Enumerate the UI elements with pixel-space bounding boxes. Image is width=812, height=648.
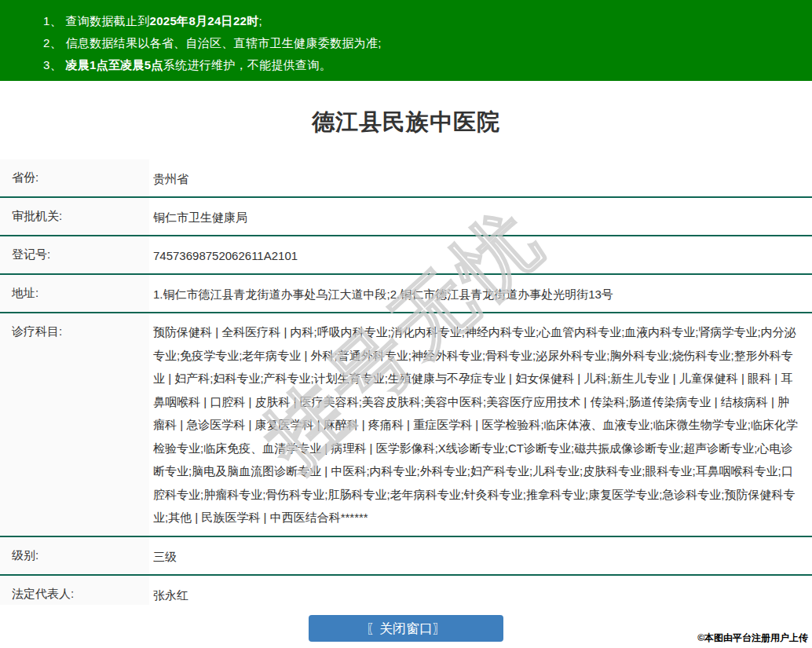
row-value: 1.铜仁市德江县青龙街道办事处乌江大道中段;2.铜仁市德江县青龙街道办事处光明街… xyxy=(149,275,812,312)
copyright-note: ©本图由平台注册用户上传 xyxy=(697,632,808,645)
notice-banner: 1、 查询数据截止到2025年8月24日22时; 2、 信息数据结果以各省、自治… xyxy=(0,0,812,81)
table-row-province: 省份: 贵州省 xyxy=(0,159,812,198)
row-value: 铜仁市卫生健康局 xyxy=(149,198,812,235)
row-label: 省份: xyxy=(0,159,149,196)
row-value: 74573698752062611A2101 xyxy=(149,236,812,273)
notice-2-pre: 2、 信息数据结果以各省、自治区、直辖市卫生健康委数据为准; xyxy=(43,36,382,49)
notice-3-pre: 3、 xyxy=(43,58,65,71)
row-value: 预防保健科 | 全科医疗科 | 内科;呼吸内科专业;消化内科专业;神经内科专业;… xyxy=(149,313,812,536)
row-value: 贵州省 xyxy=(149,159,812,196)
notice-3-post: 系统进行维护，不能提供查询。 xyxy=(163,58,331,71)
notice-1-pre: 1、 查询数据截止到 xyxy=(43,14,150,27)
row-label: 地址: xyxy=(0,275,149,312)
table-row-level: 级别: 三级 xyxy=(0,537,812,576)
info-table: 省份: 贵州省 审批机关: 铜仁市卫生健康局 登记号: 745736987520… xyxy=(0,159,812,613)
notice-line-1: 1、 查询数据截止到2025年8月24日22时; xyxy=(43,10,804,32)
row-label: 登记号: xyxy=(0,236,149,273)
notice-1-post: ; xyxy=(259,14,262,27)
page-title: 德江县民族中医院 xyxy=(0,81,812,159)
row-label: 级别: xyxy=(0,537,149,574)
footer-bar: 〖关闭窗口〗 ©本图由平台注册用户上传 xyxy=(0,605,812,648)
row-label: 诊疗科目: xyxy=(0,313,149,536)
close-window-button[interactable]: 〖关闭窗口〗 xyxy=(309,615,503,642)
table-row-address: 地址: 1.铜仁市德江县青龙街道办事处乌江大道中段;2.铜仁市德江县青龙街道办事… xyxy=(0,275,812,313)
row-label: 审批机关: xyxy=(0,198,149,235)
notice-line-2: 2、 信息数据结果以各省、自治区、直辖市卫生健康委数据为准; xyxy=(43,32,804,54)
table-row-approval-authority: 审批机关: 铜仁市卫生健康局 xyxy=(0,198,812,236)
table-row-registration-number: 登记号: 74573698752062611A2101 xyxy=(0,236,812,275)
row-value: 三级 xyxy=(149,537,812,574)
table-row-medical-subjects: 诊疗科目: 预防保健科 | 全科医疗科 | 内科;呼吸内科专业;消化内科专业;神… xyxy=(0,313,812,537)
notice-3-bold: 凌晨1点至凌晨5点 xyxy=(65,58,163,71)
notice-line-3: 3、 凌晨1点至凌晨5点系统进行维护，不能提供查询。 xyxy=(43,54,804,76)
notice-1-bold: 2025年8月24日22时 xyxy=(150,14,259,27)
